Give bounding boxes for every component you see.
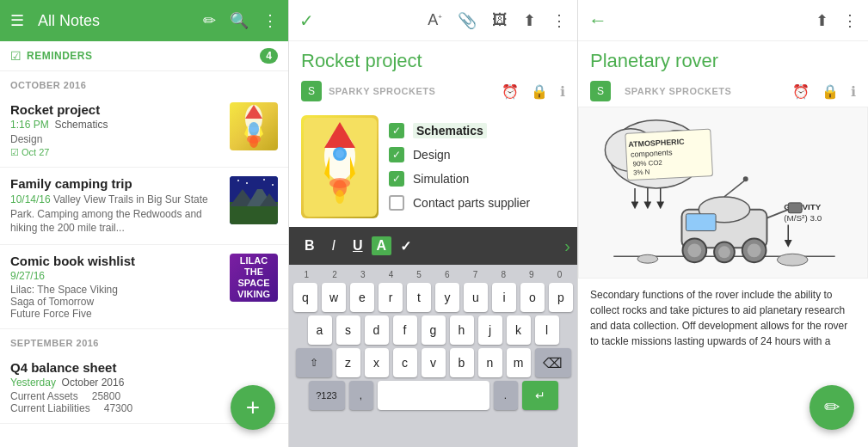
key-f[interactable]: f	[393, 315, 417, 345]
new-note-fab[interactable]: +	[231, 385, 275, 430]
panel-planetary-rover: ← ⬆ ⋮ Planetary rover S SPARKY SPROCKETS…	[578, 0, 868, 447]
svg-point-56	[748, 243, 761, 257]
key-v[interactable]: v	[422, 348, 446, 377]
format-text-icon[interactable]: A+	[428, 11, 442, 29]
key-backspace[interactable]: ⌫	[535, 348, 571, 377]
key-e[interactable]: e	[350, 283, 374, 312]
key-j[interactable]: j	[478, 315, 502, 345]
alarm-icon[interactable]: ⏰	[502, 83, 519, 100]
note-item-rocket[interactable]: Rocket project 1:16 PM Schematics Design…	[0, 94, 288, 168]
svg-point-27	[336, 190, 344, 204]
current-assets-label: Current Assets	[10, 390, 78, 402]
search-icon[interactable]: 🔍	[230, 11, 249, 30]
lock-icon[interactable]: 🔒	[531, 83, 548, 100]
confirm-icon[interactable]: ✓	[299, 10, 314, 31]
checklist-item-contact[interactable]: Contact parts supplier	[389, 195, 565, 211]
share-icon[interactable]: ⬆	[523, 11, 536, 30]
key-u[interactable]: u	[464, 283, 488, 312]
key-i[interactable]: i	[492, 283, 516, 312]
key-period[interactable]: .	[494, 381, 518, 410]
rover-lock-icon[interactable]: 🔒	[822, 83, 839, 100]
key-o[interactable]: o	[520, 283, 545, 312]
image-icon[interactable]: 🖼	[492, 11, 508, 29]
svg-point-16	[263, 179, 265, 181]
key-y[interactable]: y	[435, 283, 459, 312]
svg-point-7	[249, 136, 258, 148]
note-title-q4: Q4 balance sheet	[10, 360, 278, 375]
rover-notebook-name: SPARKY SPROCKETS	[625, 86, 792, 96]
note-content-rocket: Rocket project 1:16 PM Schematics Design…	[10, 102, 223, 158]
svg-point-50	[743, 176, 748, 181]
key-r[interactable]: r	[379, 283, 403, 312]
svg-point-14	[237, 180, 239, 181]
key-b[interactable]: b	[450, 348, 474, 377]
rocket-body: ✓ Schematics ✓ Design ✓ Simulation Conta…	[289, 107, 577, 227]
bold-button[interactable]: B	[296, 235, 323, 257]
rover-info-icon[interactable]: ℹ	[851, 83, 856, 100]
key-w[interactable]: w	[322, 283, 346, 312]
svg-point-46	[777, 254, 808, 266]
key-comma[interactable]: ,	[349, 381, 373, 410]
checkbox-simulation[interactable]: ✓	[389, 171, 404, 187]
rocket-image	[301, 115, 379, 218]
more-icon[interactable]: ⋮	[551, 11, 567, 30]
checklist-item-schematics[interactable]: ✓ Schematics	[389, 123, 565, 138]
rover-alarm-icon[interactable]: ⏰	[792, 83, 810, 100]
key-shift[interactable]: ⇧	[296, 348, 332, 377]
hamburger-icon[interactable]: ☰	[10, 11, 24, 30]
key-s[interactable]: s	[336, 315, 360, 345]
checklist-item-design[interactable]: ✓ Design	[389, 147, 565, 162]
key-h[interactable]: h	[450, 315, 474, 345]
note-title-comic: Comic book wishlist	[10, 254, 223, 268]
rocket-project-title: Rocket project	[289, 41, 577, 77]
text-color-button[interactable]: A	[372, 236, 392, 255]
svg-rect-59	[686, 214, 716, 231]
key-n[interactable]: n	[478, 348, 502, 377]
key-q[interactable]: q	[293, 283, 317, 312]
key-l[interactable]: l	[535, 315, 559, 345]
reminders-row[interactable]: ☑ REMINDERS 4	[0, 41, 288, 71]
checklist-item-simulation[interactable]: ✓ Simulation	[389, 171, 565, 187]
key-k[interactable]: k	[507, 315, 531, 345]
back-icon[interactable]: ←	[588, 9, 607, 32]
key-m[interactable]: m	[507, 348, 531, 377]
checkbox-design[interactable]: ✓	[389, 147, 404, 162]
keyboard-row-2: a s d f g h j k l	[292, 315, 574, 345]
keyboard-row-1: q w e r t y u i o p	[292, 283, 574, 312]
note-item-camping[interactable]: Family camping trip 10/14/16 Valley View…	[0, 168, 288, 245]
rover-edit-fab[interactable]: ✏	[810, 385, 854, 430]
rover-more-icon[interactable]: ⋮	[842, 11, 858, 30]
svg-point-15	[246, 182, 248, 184]
svg-text:90% CO2: 90% CO2	[632, 159, 662, 168]
key-p[interactable]: p	[549, 283, 573, 312]
checkbox-schematics[interactable]: ✓	[389, 123, 404, 138]
attach-icon[interactable]: 📎	[458, 11, 477, 30]
notebook-icon: S	[301, 81, 322, 101]
underline-button[interactable]: U	[344, 235, 372, 257]
key-z[interactable]: z	[336, 348, 360, 377]
key-symbols[interactable]: ?123	[309, 381, 345, 410]
new-note-icon[interactable]: ✏	[203, 11, 216, 30]
key-d[interactable]: d	[365, 315, 389, 345]
key-t[interactable]: t	[407, 283, 431, 312]
svg-marker-5	[260, 126, 263, 138]
key-c[interactable]: c	[393, 348, 417, 377]
italic-button[interactable]: I	[323, 235, 344, 257]
info-icon[interactable]: ℹ	[560, 83, 565, 100]
section-september-2016: SEPTEMBER 2016	[0, 329, 288, 352]
key-g[interactable]: g	[422, 315, 446, 345]
more-options-icon[interactable]: ⋮	[262, 11, 278, 30]
keyboard-area: 1 2 3 4 5 6 7 8 9 0 q w e r t y u i o p …	[289, 265, 577, 447]
rover-share-icon[interactable]: ⬆	[816, 11, 828, 30]
key-x[interactable]: x	[365, 348, 389, 377]
note-item-comic[interactable]: Comic book wishlist 9/27/16 Lilac: The S…	[0, 245, 288, 329]
notes-title: All Notes	[38, 12, 203, 30]
key-a[interactable]: a	[308, 315, 332, 345]
key-space[interactable]	[378, 381, 489, 410]
toolbar-more-icon[interactable]: ›	[564, 236, 570, 256]
checkbox-contact[interactable]	[389, 195, 404, 211]
checklist-button[interactable]: ✓	[391, 235, 420, 258]
checklist-label-design: Design	[413, 148, 451, 162]
key-enter[interactable]: ↵	[522, 381, 558, 410]
panel-all-notes: ☰ All Notes ✏ 🔍 ⋮ ☑ REMINDERS 4 OCTOBER …	[0, 0, 289, 447]
